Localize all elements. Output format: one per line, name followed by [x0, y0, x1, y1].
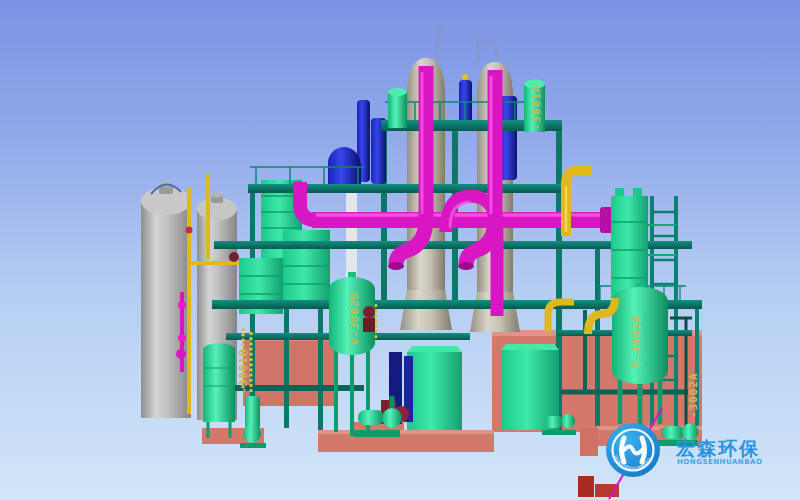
logo-name-en: HONGSENHUANBAO: [677, 458, 762, 466]
magenta-valve: [178, 301, 186, 309]
red-block: [595, 484, 619, 497]
tag-vessel-b: V-3002B: [348, 292, 361, 345]
instrument-masts: [437, 26, 496, 62]
column-left-skirt: [400, 290, 452, 330]
plant-scene: V-3002B V-3002A -3002A -3001A -3001B HON…: [0, 0, 800, 500]
valve-red: [186, 227, 193, 234]
pump-left: [245, 396, 260, 430]
red-block: [578, 476, 594, 497]
tag-vessel-a: V-3002A: [630, 315, 643, 368]
pump-center: [358, 410, 384, 425]
tag-top-vessel: -3001A: [530, 84, 543, 130]
magenta-valve: [178, 334, 186, 342]
maroon-valve: [363, 306, 375, 318]
logo-name-cn: 宏森环保: [675, 437, 760, 459]
tag-pump-line: -3002A: [687, 372, 700, 418]
tag-left-line: -3001B: [237, 348, 250, 394]
plant-render: V-3002B V-3002A -3002A -3001A -3001B HON…: [0, 0, 800, 500]
pump-mid: [545, 416, 563, 428]
green-tank-boxes: [407, 344, 559, 430]
